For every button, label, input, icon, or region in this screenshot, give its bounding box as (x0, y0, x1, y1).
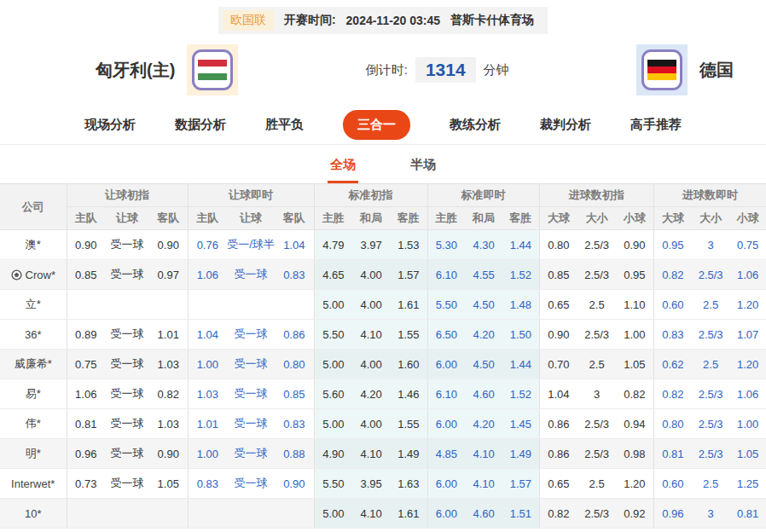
live-odds-cell[interactable]: 1.06 (188, 260, 227, 290)
tab-referee-analysis[interactable]: 裁判分析 (540, 117, 591, 133)
live-odds-cell[interactable]: 6.10 (427, 260, 465, 290)
live-odds-cell[interactable]: 1.51 (502, 499, 539, 529)
live-odds-cell[interactable]: 0.95 (653, 230, 692, 260)
live-odds-cell[interactable]: 0.86 (275, 320, 314, 350)
live-odds-cell[interactable]: 0.75 (729, 230, 766, 260)
live-odds-cell[interactable]: 2.5/3 (692, 260, 729, 290)
live-odds-cell[interactable]: 0.88 (275, 439, 314, 469)
live-odds-cell[interactable]: 3 (692, 499, 729, 529)
live-odds-cell[interactable]: 受一球 (227, 379, 275, 409)
live-odds-cell[interactable]: 0.82 (653, 379, 692, 409)
live-odds-cell[interactable]: 0.83 (275, 260, 314, 290)
live-odds-cell[interactable]: 0.76 (188, 230, 227, 260)
live-odds-cell[interactable]: 受一/球半 (227, 230, 275, 260)
live-odds-cell[interactable]: 0.83 (275, 409, 314, 439)
live-odds-cell[interactable]: 4.50 (465, 290, 502, 320)
tab-three-in-one[interactable]: 三合一 (343, 110, 410, 140)
live-odds-cell[interactable]: 1.07 (729, 320, 766, 350)
live-odds-cell[interactable]: 2.5/3 (692, 379, 729, 409)
live-odds-cell[interactable]: 0.62 (653, 350, 692, 379)
live-odds-cell[interactable]: 6.00 (427, 499, 465, 529)
scope-tab-full-time[interactable]: 全场 (328, 149, 358, 183)
live-odds-cell[interactable]: 1.06 (729, 379, 766, 409)
live-odds-cell[interactable]: 0.83 (653, 320, 692, 350)
live-odds-cell[interactable]: 4.85 (427, 439, 465, 469)
live-odds-cell[interactable]: 1.20 (729, 290, 766, 320)
live-odds-cell[interactable]: 1.48 (502, 290, 539, 320)
live-odds-cell[interactable]: 1.05 (729, 439, 766, 469)
live-odds-cell[interactable]: 2.5 (692, 350, 729, 379)
live-odds-cell[interactable]: 1.52 (502, 260, 539, 290)
live-odds-cell[interactable]: 0.80 (275, 350, 314, 379)
table-row: 36*0.89受一球1.011.04受一球0.865.504.101.556.5… (0, 320, 766, 350)
live-odds-cell[interactable]: 4.60 (465, 379, 502, 409)
live-odds-cell[interactable]: 1.06 (729, 260, 766, 290)
live-odds-cell[interactable]: 0.81 (653, 439, 692, 469)
live-odds-cell[interactable]: 4.20 (465, 320, 502, 350)
live-odds-cell[interactable]: 0.81 (729, 499, 766, 529)
live-odds-cell[interactable]: 1.44 (502, 350, 539, 379)
live-odds-cell[interactable]: 1.00 (729, 409, 766, 439)
tab-win-draw-loss[interactable]: 胜平负 (265, 117, 304, 133)
live-odds-cell[interactable]: 4.55 (465, 260, 502, 290)
odds-cell: 受一球 (105, 439, 149, 469)
live-odds-cell[interactable]: 1.01 (188, 409, 227, 439)
live-odds-cell[interactable]: 受一球 (227, 469, 275, 499)
live-odds-cell[interactable]: 1.50 (502, 320, 539, 350)
live-odds-cell[interactable]: 2.5 (692, 290, 729, 320)
live-odds-cell[interactable]: 受一球 (227, 439, 275, 469)
odds-cell: 0.90 (149, 230, 188, 260)
live-odds-cell[interactable]: 0.60 (653, 469, 692, 499)
tab-expert-picks[interactable]: 高手推荐 (630, 117, 682, 133)
live-odds-cell[interactable]: 1.00 (188, 350, 227, 379)
live-odds-cell[interactable]: 4.10 (465, 469, 502, 499)
live-odds-cell[interactable]: 4.10 (465, 439, 502, 469)
live-odds-cell[interactable]: 6.00 (427, 409, 465, 439)
tab-coach-analysis[interactable]: 教练分析 (450, 117, 501, 133)
live-odds-cell[interactable]: 4.20 (465, 409, 502, 439)
league-badge[interactable]: 欧国联 (223, 10, 274, 31)
live-odds-cell[interactable]: 0.83 (188, 469, 227, 499)
live-odds-cell[interactable]: 受一球 (227, 350, 275, 379)
tab-data-analysis[interactable]: 数据分析 (175, 117, 226, 133)
live-odds-cell[interactable]: 0.82 (653, 260, 692, 290)
live-odds-cell[interactable]: 3 (692, 230, 729, 260)
live-odds-cell[interactable]: 受一球 (227, 409, 275, 439)
live-odds-cell[interactable]: 0.96 (653, 499, 692, 529)
live-odds-cell[interactable]: 受一球 (227, 260, 275, 290)
live-odds-cell[interactable]: 0.90 (275, 469, 314, 499)
group-header-4: 标准即时 (427, 184, 539, 207)
live-odds-cell[interactable]: 1.20 (729, 350, 766, 379)
live-odds-cell[interactable]: 1.49 (502, 439, 539, 469)
company-cell: 36* (0, 320, 67, 350)
live-odds-cell[interactable]: 4.60 (465, 499, 502, 529)
live-odds-cell[interactable]: 1.44 (502, 230, 539, 260)
live-odds-cell[interactable]: 5.50 (427, 290, 465, 320)
live-odds-cell[interactable]: 1.04 (275, 230, 314, 260)
live-odds-cell[interactable]: 4.30 (465, 230, 502, 260)
live-odds-cell[interactable]: 1.52 (502, 379, 539, 409)
live-odds-cell[interactable]: 受一球 (227, 320, 275, 350)
live-odds-cell[interactable]: 6.00 (427, 469, 465, 499)
live-odds-cell[interactable]: 1.45 (502, 409, 539, 439)
live-odds-cell[interactable]: 6.00 (427, 350, 465, 379)
live-odds-cell[interactable]: 0.80 (653, 409, 692, 439)
live-odds-cell[interactable]: 6.10 (427, 379, 465, 409)
live-odds-cell[interactable]: 0.85 (275, 379, 314, 409)
live-odds-cell[interactable]: 0.60 (653, 290, 692, 320)
live-odds-cell[interactable]: 2.5 (692, 469, 729, 499)
live-odds-cell[interactable]: 5.30 (427, 230, 465, 260)
live-odds-cell[interactable]: 6.50 (427, 320, 465, 350)
live-odds-cell[interactable]: 1.25 (729, 469, 766, 499)
live-odds-cell[interactable]: 1.57 (502, 469, 539, 499)
live-odds-cell[interactable]: 1.03 (188, 379, 227, 409)
live-odds-cell[interactable]: 1.04 (188, 320, 227, 350)
scope-tab-half-time[interactable]: 半场 (408, 149, 438, 183)
live-odds-cell[interactable]: 2.5/3 (692, 439, 729, 469)
live-odds-cell[interactable]: 2.5/3 (692, 409, 729, 439)
tab-live-analysis[interactable]: 现场分析 (84, 117, 136, 133)
live-odds-cell[interactable]: 1.00 (188, 439, 227, 469)
company-name: 澳* (26, 238, 41, 251)
live-odds-cell[interactable]: 4.50 (465, 350, 502, 379)
live-odds-cell[interactable]: 2.5/3 (692, 320, 729, 350)
